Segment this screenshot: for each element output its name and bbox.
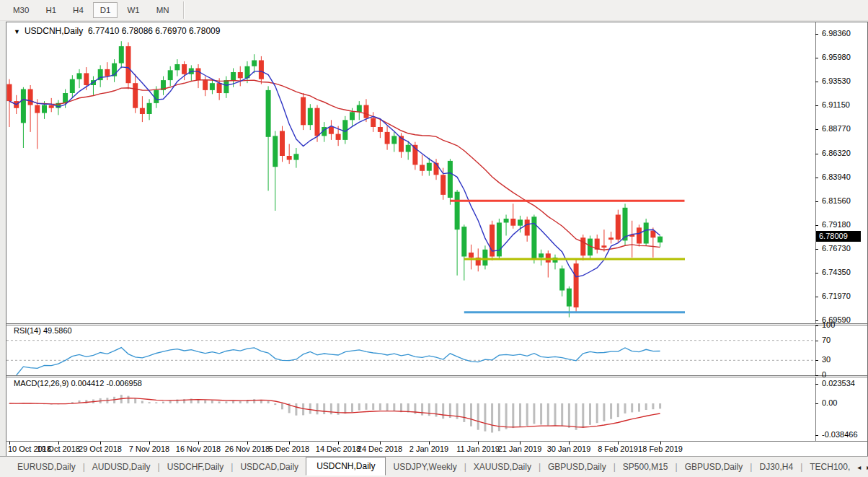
- time-axis[interactable]: 10 Oct 201819 Oct 201829 Oct 20187 Nov 2…: [6, 442, 815, 456]
- price-tick-label: 6.76730: [822, 244, 851, 253]
- symbol-tab-usdcnh-4[interactable]: USDCNH,Daily: [306, 457, 386, 476]
- symbol-tab-usdchf-2[interactable]: USDCHF,Daily: [160, 458, 231, 476]
- symbol-tab-gbpusd-7[interactable]: GBPUSD,Daily: [541, 458, 614, 476]
- candles-layer: [7, 41, 663, 318]
- macd-tick-tick: [815, 403, 818, 404]
- symbol-tab-audusd-1[interactable]: AUDUSD,Daily: [85, 458, 158, 476]
- macd-label: MACD(12,26,9) 0.004412 -0.006958: [14, 379, 142, 388]
- price-tick-tick: [815, 129, 818, 130]
- rsi-line: [17, 348, 660, 375]
- tab-nav: ◂▸: [857, 463, 868, 471]
- price-tick-label: 6.98360: [822, 29, 851, 38]
- macd-tick-label: -0.038466: [822, 430, 858, 439]
- symbol-tab-usdcad-3[interactable]: USDCAD,Daily: [233, 458, 306, 476]
- chart-title-ohlc: 6.77410 6.78086 6.76970 6.78009: [88, 26, 221, 36]
- macd-tick-label: 0.00: [822, 398, 837, 407]
- timeframe-toolbar: M30H1H4D1W1MN: [0, 0, 868, 21]
- price-tick-label: 6.83940: [822, 172, 851, 181]
- tf-button-h4[interactable]: H4: [66, 2, 91, 18]
- pane-separator-rsi[interactable]: [6, 323, 867, 325]
- main-chart-canvas[interactable]: [6, 22, 815, 323]
- price-tick-tick: [815, 154, 818, 154]
- macd-tick-tick: [815, 384, 818, 385]
- price-tick-tick: [815, 82, 818, 82]
- date-label: 7 Nov 2018: [129, 445, 169, 453]
- price-tick-tick: [815, 178, 818, 178]
- current-price-tag: 6.78009: [816, 231, 861, 242]
- rsi-tick-tick: [815, 375, 818, 376]
- rsi-tick-label: 70: [822, 336, 831, 344]
- date-label: 18 Feb 2019: [638, 445, 683, 453]
- price-tick-label: 6.79180: [822, 220, 851, 229]
- date-label: 2 Jan 2019: [409, 445, 448, 453]
- price-tick-tick: [815, 297, 818, 297]
- symbol-tab-list: EURUSD,Daily|AUDUSD,Daily|USDCHF,Daily|U…: [10, 458, 857, 476]
- date-label: 11 Jan 2019: [456, 445, 500, 453]
- price-tick-tick: [815, 320, 818, 321]
- macd-tick-label: 0.023534: [822, 379, 855, 388]
- price-tick-label: 6.93530: [822, 76, 851, 85]
- tf-button-d1[interactable]: D1: [93, 2, 118, 18]
- date-label: 8 Feb 2019: [598, 445, 638, 453]
- chart-title-symbol: USDCNH,Daily: [25, 26, 83, 36]
- tf-button-w1[interactable]: W1: [120, 2, 146, 18]
- price-tick-label: 6.81560: [822, 196, 851, 205]
- date-label: 24 Dec 2018: [358, 445, 402, 453]
- rsi-tick-label: 0: [822, 370, 826, 379]
- mt4-terminal: { "toolbar": { "timeframes": ["M30","H1"…: [0, 0, 868, 477]
- price-tick-tick: [815, 58, 818, 58]
- price-tick-label: 6.91150: [822, 100, 850, 109]
- chart-title-spacer: [83, 26, 88, 36]
- symbol-tab-bar: EURUSD,Daily|AUDUSD,Daily|USDCHF,Daily|U…: [0, 456, 868, 477]
- price-tick-tick: [815, 225, 818, 226]
- price-tick-label: 6.95980: [822, 53, 851, 61]
- price-tick-label: 6.86320: [822, 149, 851, 157]
- symbol-tab-eurusd-0[interactable]: EURUSD,Daily: [10, 458, 83, 476]
- date-label: 30 Jan 2019: [547, 445, 591, 453]
- pane-separator-macd[interactable]: [6, 375, 867, 377]
- price-tick-tick: [815, 249, 818, 250]
- rsi-canvas[interactable]: [6, 325, 815, 375]
- rsi-tick-tick: [815, 341, 818, 341]
- price-tick-label: 6.88770: [822, 124, 851, 133]
- date-label: 5 Dec 2018: [269, 445, 309, 453]
- rsi-tick-tick: [815, 360, 818, 361]
- tf-button-h1[interactable]: H1: [38, 2, 63, 18]
- date-label: 19 Oct 2018: [37, 445, 80, 453]
- date-label: 26 Nov 2018: [225, 445, 270, 453]
- symbol-tab-usdjpy-5[interactable]: USDJPY,Weekly: [386, 458, 464, 476]
- date-label: 16 Nov 2018: [176, 445, 221, 453]
- rsi-label: RSI(14) 49.5860: [14, 326, 72, 335]
- symbol-tab-xauusd-6[interactable]: XAUUSD,Daily: [466, 458, 539, 476]
- ma-fast-line: [9, 67, 660, 277]
- tab-scroll-left-icon[interactable]: ◂: [857, 463, 861, 471]
- date-label: 21 Jan 2019: [498, 445, 542, 453]
- rsi-level-lines: [6, 341, 815, 361]
- date-label: 14 Dec 2018: [316, 445, 360, 453]
- price-tick-label: 6.71970: [822, 292, 851, 300]
- macd-tick-tick: [815, 435, 818, 436]
- date-label: 29 Oct 2018: [79, 445, 122, 453]
- symbol-tab-sp500-8[interactable]: SP500,M15: [616, 458, 676, 476]
- price-tick-tick: [815, 273, 818, 273]
- tf-button-mn[interactable]: MN: [149, 2, 177, 18]
- symbol-tab-gbpusd-9[interactable]: GBPUSD,Daily: [678, 458, 750, 476]
- price-tick-tick: [815, 34, 818, 35]
- symbol-tab-dj30-10[interactable]: DJ30,H4: [752, 458, 800, 476]
- tf-button-m30[interactable]: M30: [6, 2, 36, 18]
- price-tick-tick: [815, 201, 818, 202]
- symbol-tab-tech100-11[interactable]: TECH100,: [802, 458, 857, 476]
- ma-slow-line: [9, 80, 660, 250]
- rsi-tick-label: 100: [822, 320, 835, 329]
- price-tick-tick: [815, 105, 818, 106]
- chart-title: ▼USDCNH,Daily 6.77410 6.78086 6.76970 6.…: [14, 26, 220, 36]
- toolbar-separator: [183, 1, 184, 19]
- price-tick-label: 6.74350: [822, 268, 851, 276]
- rsi-tick-label: 30: [822, 355, 831, 364]
- rsi-tick-tick: [815, 325, 818, 326]
- chart-dropdown-icon[interactable]: ▼: [14, 28, 20, 35]
- chart-window: ▼USDCNH,Daily 6.77410 6.78086 6.76970 6.…: [6, 22, 868, 457]
